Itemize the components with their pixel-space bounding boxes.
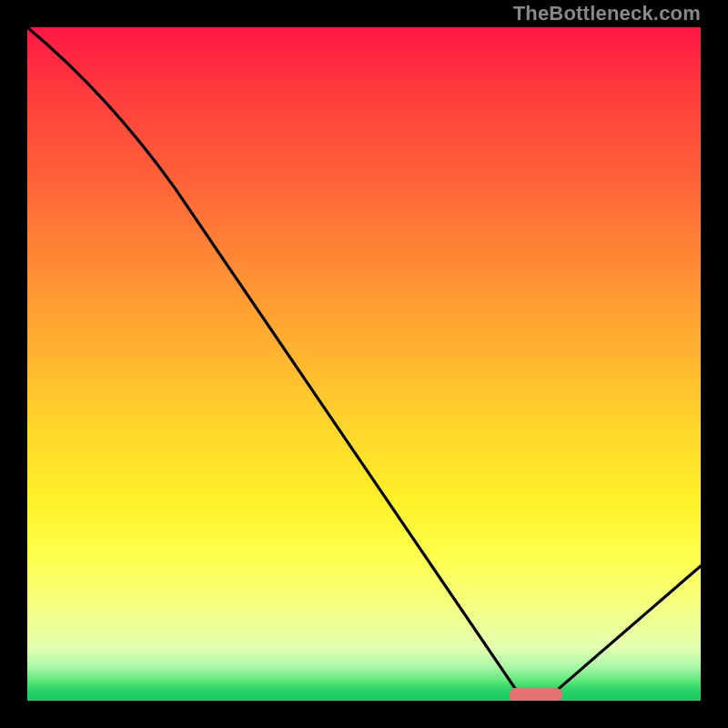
bottleneck-curve	[27, 27, 701, 701]
plot-area	[27, 27, 701, 701]
optimal-marker	[509, 688, 562, 701]
chart-frame: TheBottleneck.com	[0, 0, 728, 728]
curve-path	[27, 27, 701, 694]
watermark-text: TheBottleneck.com	[513, 4, 701, 24]
